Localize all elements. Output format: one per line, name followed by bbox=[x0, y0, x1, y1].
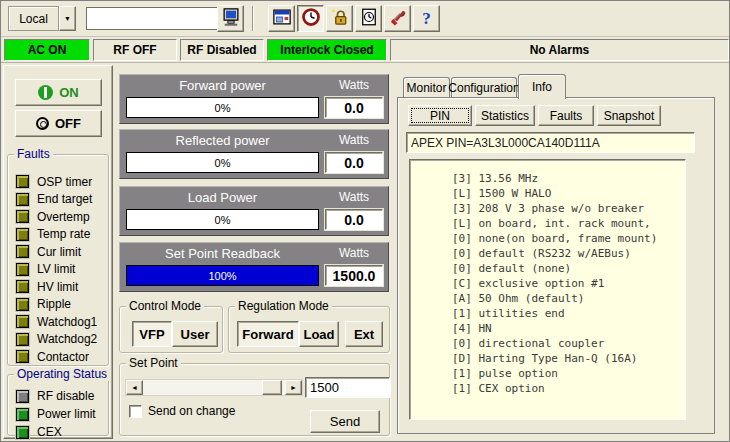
config-list-item[interactable]: [0] directional coupler bbox=[452, 336, 683, 351]
fault-item: OSP timer bbox=[8, 173, 108, 191]
config-list-item[interactable]: [1] utilities end bbox=[452, 306, 683, 321]
arrow-right-icon: ► bbox=[290, 384, 297, 391]
slider-right-arrow[interactable]: ► bbox=[285, 380, 302, 395]
config-list-item[interactable]: [C] exclusive option #1 bbox=[452, 276, 683, 291]
config-list-item[interactable]: [D] Harting Type Han-Q (16A) bbox=[452, 351, 683, 366]
fault-item: Watchdog1 bbox=[8, 313, 108, 331]
snapshot-button[interactable]: Snapshot bbox=[597, 105, 661, 126]
set-point-slider[interactable]: ◄ ► bbox=[125, 379, 303, 396]
help-button[interactable]: ? bbox=[413, 5, 440, 32]
regulation-forward-button[interactable]: Forward bbox=[237, 321, 299, 347]
control-mode-vfp-button[interactable]: VFP bbox=[132, 321, 172, 347]
status-interlock-label: Interlock Closed bbox=[280, 43, 373, 57]
toolbar-separator bbox=[252, 6, 254, 31]
fault-label: Cur limit bbox=[37, 245, 81, 259]
pin-value-text: APEX PIN=A3L3L000CA140D111A bbox=[411, 136, 600, 150]
operating-status-group: Operating Status RF disable Power limit … bbox=[7, 374, 109, 436]
fault-item: Contactor bbox=[8, 348, 108, 366]
fault-item: End target bbox=[8, 191, 108, 209]
tab-info[interactable]: Info bbox=[518, 74, 566, 99]
faults-group-title: Faults bbox=[14, 147, 53, 161]
fault-label: Temp rate bbox=[37, 227, 90, 241]
lock-icon bbox=[330, 7, 350, 30]
fault-led bbox=[16, 175, 29, 188]
config-list-item[interactable]: [1] pulse option bbox=[452, 366, 683, 381]
status-label: Power limit bbox=[37, 407, 96, 421]
fault-label: OSP timer bbox=[37, 175, 92, 189]
scheduler-button[interactable] bbox=[355, 5, 382, 32]
tab-monitor[interactable]: Monitor bbox=[403, 77, 450, 98]
config-list-item[interactable]: [3] 208 V 3 phase w/o breaker bbox=[452, 201, 683, 216]
regulation-load-button[interactable]: Load bbox=[299, 321, 339, 347]
pin-button[interactable]: PIN bbox=[408, 105, 472, 126]
reflected-power-meter: Reflected power Watts 0% 0.0 bbox=[119, 129, 389, 179]
slider-thumb[interactable] bbox=[262, 380, 282, 395]
fault-label: HV limit bbox=[37, 280, 78, 294]
meter-bar: 0% bbox=[126, 209, 319, 230]
connect-button[interactable] bbox=[217, 5, 244, 32]
regulation-ext-button[interactable]: Ext bbox=[345, 321, 383, 347]
meter-title: Load Power bbox=[126, 190, 319, 205]
config-list-item[interactable]: [A] 50 Ohm (default) bbox=[452, 291, 683, 306]
config-listbox[interactable]: [3] 13.56 MHz [L] 1500 W HALO [3] 208 V … bbox=[409, 159, 686, 420]
monitor-view-button[interactable] bbox=[268, 5, 295, 32]
control-mode-user-button[interactable]: User bbox=[172, 321, 218, 347]
config-list-item[interactable]: [0] none(on board, frame mount) bbox=[452, 231, 683, 246]
pin-value-field: APEX PIN=A3L3L000CA140D111A bbox=[406, 132, 695, 153]
rf-off-button[interactable]: OFF bbox=[15, 110, 102, 137]
statistics-button[interactable]: Statistics bbox=[475, 105, 535, 126]
lock-button[interactable] bbox=[326, 5, 353, 32]
fault-led bbox=[16, 298, 29, 311]
fault-led bbox=[16, 210, 29, 223]
set-point-input[interactable] bbox=[305, 377, 390, 398]
config-list-item[interactable]: [1] CEX option bbox=[452, 381, 683, 396]
fault-label: Ripple bbox=[37, 297, 71, 311]
app-window: Local ▼ ▼ bbox=[0, 0, 730, 442]
mode-select[interactable]: Local ▼ bbox=[8, 6, 76, 31]
fault-item: Ripple bbox=[8, 296, 108, 314]
meter-bar: 100% bbox=[126, 265, 319, 286]
meter-percent: 100% bbox=[127, 266, 318, 285]
send-on-change-checkbox[interactable] bbox=[129, 405, 142, 418]
meter-value: 0.0 bbox=[325, 97, 383, 118]
faults-group: Faults OSP timer End target Overtemp Tem… bbox=[7, 154, 109, 366]
meter-unit: Watts bbox=[325, 133, 383, 147]
operating-status-item: CEX bbox=[8, 423, 108, 441]
meter-title: Forward power bbox=[126, 78, 319, 93]
regulation-mode-title: Regulation Mode bbox=[235, 299, 332, 313]
tools-icon bbox=[388, 7, 408, 30]
mode-select-arrow[interactable]: ▼ bbox=[59, 6, 76, 31]
forward-label: Forward bbox=[242, 327, 293, 342]
send-label: Send bbox=[330, 414, 360, 429]
rf-on-button[interactable]: ON bbox=[15, 79, 102, 106]
config-list-item[interactable]: [0] default (RS232 w/AEBus) bbox=[452, 246, 683, 261]
tab-configuration[interactable]: Configuration bbox=[451, 77, 517, 98]
address-combo[interactable]: ▼ bbox=[86, 7, 236, 30]
mode-select-value[interactable]: Local bbox=[8, 6, 59, 31]
slider-track[interactable] bbox=[143, 380, 285, 395]
meter-unit: Watts bbox=[325, 190, 383, 204]
config-list-item[interactable]: [0] default (none) bbox=[452, 261, 683, 276]
tools-button[interactable] bbox=[384, 5, 411, 32]
fault-item: Watchdog2 bbox=[8, 331, 108, 349]
toolbar: Local ▼ ▼ bbox=[1, 1, 729, 37]
config-list-item[interactable]: [L] on board, int. rack mount, bbox=[452, 216, 683, 231]
fault-led bbox=[16, 245, 29, 258]
config-list-item[interactable]: [L] 1500 W HALO bbox=[452, 186, 683, 201]
fault-label: Watchdog2 bbox=[37, 332, 97, 346]
faults-button[interactable]: Faults bbox=[538, 105, 594, 126]
scheduler-icon bbox=[359, 7, 379, 30]
clock-gauge-button[interactable] bbox=[297, 5, 324, 32]
control-mode-title: Control Mode bbox=[126, 299, 204, 313]
fault-led bbox=[16, 263, 29, 276]
power-off-icon bbox=[36, 117, 49, 130]
config-list-item[interactable]: [3] 13.56 MHz bbox=[452, 171, 683, 186]
help-icon: ? bbox=[422, 9, 431, 29]
address-combo-input[interactable] bbox=[87, 8, 218, 29]
fault-led bbox=[16, 315, 29, 328]
status-ac: AC ON bbox=[4, 39, 90, 61]
operating-status-item: Power limit bbox=[8, 405, 108, 423]
send-button[interactable]: Send bbox=[310, 410, 380, 433]
slider-left-arrow[interactable]: ◄ bbox=[126, 380, 143, 395]
config-list-item[interactable]: [4] HN bbox=[452, 321, 683, 336]
